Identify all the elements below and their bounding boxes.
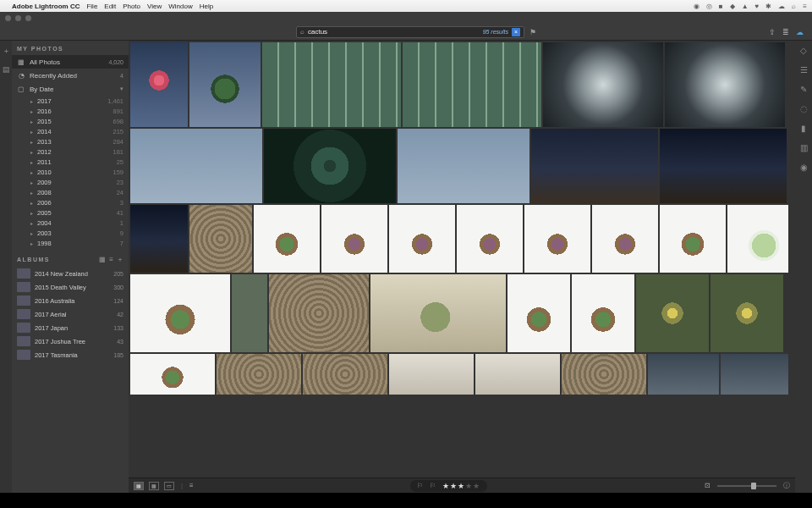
app-name[interactable]: Adobe Lightroom CC [12,3,80,10]
photo-thumbnail[interactable] [389,205,455,273]
sidebar-year-row[interactable]: ▸19987 [19,238,129,248]
flag-pick-icon[interactable]: ⚐ [417,482,423,489]
photo-thumbnail[interactable] [457,205,523,273]
menubar-tray-icon[interactable]: ■ [719,3,723,10]
photo-thumbnail[interactable] [403,42,541,127]
photo-grid[interactable] [129,41,795,478]
view-square-button[interactable]: ▩ [149,482,159,490]
sidebar-year-row[interactable]: ▸20063 [19,197,129,207]
menu-photo[interactable]: Photo [123,3,140,10]
photo-thumbnail[interactable] [508,274,570,352]
photo-thumbnail[interactable] [562,354,646,395]
photo-thumbnail[interactable] [524,205,590,273]
heal-icon[interactable]: ◌ [800,104,808,113]
photo-thumbnail[interactable] [130,129,262,203]
brush-icon[interactable]: ▮ [801,124,806,133]
menubar-tray-icon[interactable]: ♥ [755,3,760,10]
traffic-close-icon[interactable] [5,15,11,21]
photo-thumbnail[interactable] [262,42,401,127]
sidebar-year-row[interactable]: ▸2010159 [19,167,129,177]
photo-thumbnail[interactable] [254,205,320,273]
crop-icon[interactable]: ✎ [800,85,807,94]
star-icon[interactable]: ★ [473,482,480,490]
sidebar-item-all-photos[interactable]: ▦ All Photos 4,020 [12,55,129,69]
photo-thumbnail[interactable] [389,354,474,395]
photo-thumbnail[interactable] [572,274,634,352]
photo-thumbnail[interactable] [232,274,267,352]
photo-thumbnail[interactable] [475,354,560,395]
flag-reject-icon[interactable]: ⚐ [430,482,436,489]
sort-icon[interactable]: ≡ [189,482,194,489]
menubar-tray-icon[interactable]: ▲ [742,3,749,10]
menu-view[interactable]: View [147,3,162,10]
thumbnail-size-slider[interactable] [717,485,776,487]
sidebar-year-row[interactable]: ▸2015698 [19,116,129,126]
sidebar-year-row[interactable]: ▸20039 [19,228,129,238]
library-icon[interactable]: ▤ [3,65,10,74]
photo-thumbnail[interactable] [721,354,788,395]
sidebar-year-row[interactable]: ▸2012181 [19,146,129,157]
sidebar-year-row[interactable]: ▸200541 [19,207,129,218]
photo-thumbnail[interactable] [370,274,506,352]
album-row[interactable]: 2015 Death Valley300 [12,280,129,294]
menubar-tray-icon[interactable]: ☁ [778,3,785,10]
photo-thumbnail[interactable] [189,42,261,127]
sidebar-year-row[interactable]: ▸2014215 [19,126,129,136]
photo-thumbnail[interactable] [321,205,387,273]
sidebar-item-recently-added[interactable]: ◔ Recently Added 4 [12,69,129,82]
menu-window[interactable]: Window [168,3,192,10]
share-icon[interactable]: ⇪ [769,28,776,36]
rating-control[interactable]: ⚐ ⚐ ★★★★★ [410,480,487,492]
photo-thumbnail[interactable] [269,274,369,352]
filter-icon[interactable]: ⚑ [529,28,536,36]
menubar-tray-icon[interactable]: ≡ [803,3,807,10]
edit-sliders-icon[interactable]: ☰ [800,65,808,75]
photo-thumbnail[interactable] [727,205,788,273]
sidebar-year-row[interactable]: ▸2013284 [19,136,129,146]
photo-thumbnail[interactable] [189,205,252,273]
photo-thumbnail[interactable] [660,205,726,273]
sidebar-item-by-date[interactable]: ▢ By Date ▾ [12,82,129,96]
photo-thumbnail[interactable] [660,129,787,203]
sidebar-year-row[interactable]: ▸20171,461 [19,96,129,106]
sidebar-year-row[interactable]: ▸2016891 [19,106,129,116]
photo-thumbnail[interactable] [592,205,658,273]
album-row[interactable]: 2016 Australia124 [12,294,129,307]
photo-thumbnail[interactable] [217,354,301,395]
album-row[interactable]: 2017 Joshua Tree43 [12,334,129,348]
view-grid-button[interactable]: ▦ [134,482,144,490]
photo-thumbnail[interactable] [648,354,719,395]
menubar-tray-icon[interactable]: ◎ [706,3,712,10]
linear-gradient-icon[interactable]: ▥ [800,143,808,152]
photo-thumbnail[interactable] [710,274,783,352]
add-photos-icon[interactable]: ＋ [3,46,10,57]
add-album-icon[interactable]: ＋ [117,255,123,264]
photo-thumbnail[interactable] [531,129,658,203]
sidebar-year-row[interactable]: ▸200923 [19,177,129,187]
photo-thumbnail[interactable] [130,274,230,352]
panel-layout-icon[interactable]: ≣ [782,28,789,36]
photo-thumbnail[interactable] [398,129,529,203]
slider-knob-icon[interactable] [751,483,756,489]
sidebar-year-row[interactable]: ▸20041 [19,218,129,228]
photo-thumbnail[interactable] [130,42,188,127]
album-row[interactable]: 2017 Japan133 [12,321,129,334]
menu-help[interactable]: Help [200,3,213,10]
photo-thumbnail[interactable] [264,129,396,203]
view-detail-button[interactable]: ▭ [164,482,174,490]
menubar-tray-icon[interactable]: ✱ [765,3,771,10]
fit-icon[interactable]: ⊡ [705,482,710,489]
menu-edit[interactable]: Edit [104,3,116,10]
traffic-max-icon[interactable] [25,15,31,21]
album-row[interactable]: 2014 New Zealand205 [12,267,129,280]
cloud-sync-icon[interactable]: ☁ [796,28,804,36]
photo-thumbnail[interactable] [543,42,663,127]
bulb-icon[interactable]: ◇ [800,46,807,55]
albums-list-view-icon[interactable]: ≡ [109,256,113,263]
radial-gradient-icon[interactable]: ◉ [800,163,808,172]
traffic-min-icon[interactable] [15,15,21,21]
album-row[interactable]: 2017 Tasmania185 [12,348,129,362]
menubar-tray-icon[interactable]: ◆ [730,3,735,10]
search-field-wrap[interactable]: ⌕ 95 results × [296,26,524,38]
sidebar-year-row[interactable]: ▸201125 [19,157,129,167]
